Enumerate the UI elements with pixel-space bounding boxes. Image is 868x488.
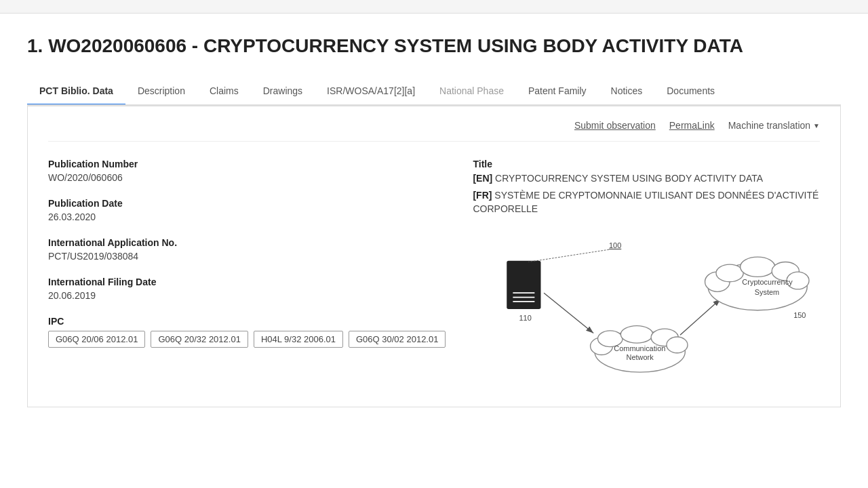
intl-app-no-label: International Application No. — [48, 237, 446, 248]
tab-claims[interactable]: Claims — [197, 79, 251, 104]
svg-point-14 — [787, 272, 810, 289]
svg-point-11 — [716, 264, 743, 282]
svg-rect-1 — [507, 261, 541, 309]
tab-pct-biblio[interactable]: PCT Biblio. Data — [27, 79, 125, 104]
permalink-link[interactable]: PermaLink — [669, 120, 715, 131]
ipc-group: IPC G06Q 20/06 2012.01 G06Q 20/32 2012.0… — [48, 316, 446, 348]
svg-point-21 — [621, 326, 654, 344]
svg-text:Cryptocurrency: Cryptocurrency — [743, 278, 793, 286]
svg-point-22 — [652, 329, 679, 346]
tab-documents[interactable]: Documents — [654, 79, 727, 104]
submit-observation-link[interactable]: Submit observation — [574, 120, 656, 131]
ipc-tags-container: G06Q 20/06 2012.01 G06Q 20/32 2012.01 H0… — [48, 331, 446, 348]
tab-national-phase[interactable]: National Phase — [427, 79, 516, 104]
svg-point-10 — [705, 272, 730, 291]
tab-description[interactable]: Description — [125, 79, 197, 104]
biblio-left: Publication Number WO/2020/060606 Public… — [48, 159, 446, 386]
svg-point-20 — [598, 331, 623, 347]
svg-text:Network: Network — [627, 353, 654, 361]
svg-point-23 — [667, 337, 688, 353]
title-en: [EN] CRYPTOCURRENCY SYSTEM USING BODY AC… — [473, 172, 820, 186]
ipc-tag-1[interactable]: G06Q 20/32 2012.01 — [151, 331, 248, 348]
ipc-label: IPC — [48, 316, 446, 327]
tab-notices[interactable]: Notices — [599, 79, 655, 104]
ipc-tag-3[interactable]: G06Q 30/02 2012.01 — [349, 331, 446, 348]
title-en-tag: [EN] — [473, 173, 492, 184]
top-bar — [0, 0, 868, 14]
svg-line-7 — [680, 299, 720, 335]
publication-date-label: Publication Date — [48, 198, 446, 209]
intl-filing-date-group: International Filing Date 20.06.2019 — [48, 277, 446, 301]
svg-point-19 — [591, 338, 613, 355]
patent-title: 1. WO2020060606 - CRYPTOCURRENCY SYSTEM … — [27, 34, 841, 58]
publication-number-group: Publication Number WO/2020/060606 — [48, 159, 446, 183]
svg-line-8 — [529, 249, 610, 262]
tabs-container: PCT Biblio. Data Description Claims Draw… — [27, 79, 841, 106]
svg-point-13 — [772, 262, 800, 281]
title-fr-value: SYSTÈME DE CRYPTOMONNAIE UTILISANT DES D… — [473, 190, 818, 214]
intl-app-no-group: International Application No. PCT/US2019… — [48, 237, 446, 262]
machine-translation-arrow-icon: ▼ — [813, 122, 820, 129]
title-en-value: CRYPTOCURRENCY SYSTEM USING BODY ACTIVIT… — [495, 173, 763, 184]
biblio-layout: Publication Number WO/2020/060606 Public… — [48, 159, 820, 386]
svg-point-9 — [709, 263, 808, 310]
main-content: 1. WO2020060606 - CRYPTOCURRENCY SYSTEM … — [0, 14, 868, 407]
intl-filing-date-value: 20.06.2019 — [48, 290, 446, 301]
svg-text:110: 110 — [519, 314, 532, 322]
svg-text:Communication: Communication — [614, 344, 666, 352]
tab-drawings[interactable]: Drawings — [251, 79, 315, 104]
machine-translation-label: Machine translation — [728, 120, 810, 131]
ipc-tag-0[interactable]: G06Q 20/06 2012.01 — [48, 331, 145, 348]
tab-isr[interactable]: ISR/WOSA/A17[2][a] — [315, 79, 427, 104]
svg-text:100: 100 — [609, 242, 621, 250]
publication-number-value: WO/2020/060606 — [48, 172, 446, 183]
svg-text:150: 150 — [794, 311, 806, 319]
action-bar: Submit observation PermaLink Machine tra… — [48, 120, 820, 142]
title-fr: [FR] SYSTÈME DE CRYPTOMONNAIE UTILISANT … — [473, 189, 820, 216]
svg-line-6 — [544, 293, 593, 333]
title-label: Title — [473, 159, 820, 169]
title-fr-tag: [FR] — [473, 190, 492, 201]
ipc-tag-2[interactable]: H04L 9/32 2006.01 — [254, 331, 343, 348]
publication-date-value: 26.03.2020 — [48, 211, 446, 222]
svg-point-18 — [595, 331, 685, 372]
content-box: Submit observation PermaLink Machine tra… — [27, 106, 841, 407]
svg-point-12 — [741, 257, 775, 277]
tab-patent-family[interactable]: Patent Family — [516, 79, 599, 104]
patent-diagram: 100 110 — [473, 230, 820, 386]
intl-filing-date-label: International Filing Date — [48, 277, 446, 287]
intl-app-no-value: PCT/US2019/038084 — [48, 251, 446, 262]
title-group: Title [EN] CRYPTOCURRENCY SYSTEM USING B… — [473, 159, 820, 216]
biblio-right: Title [EN] CRYPTOCURRENCY SYSTEM USING B… — [473, 159, 820, 386]
diagram-svg: 100 110 — [473, 230, 820, 386]
machine-translation-dropdown[interactable]: Machine translation ▼ — [728, 120, 820, 131]
publication-number-label: Publication Number — [48, 159, 446, 169]
publication-date-group: Publication Date 26.03.2020 — [48, 198, 446, 222]
svg-text:System: System — [755, 288, 780, 296]
